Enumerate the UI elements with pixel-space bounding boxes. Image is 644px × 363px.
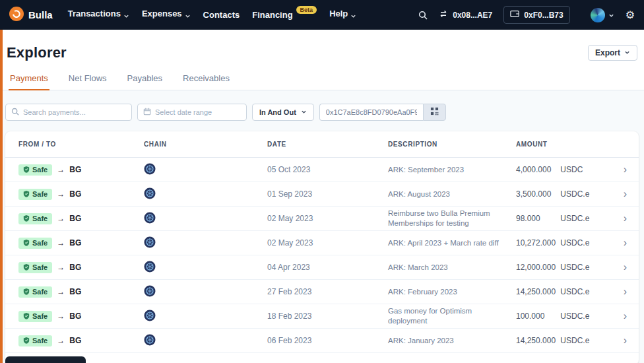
- column-header-chain: Chain: [144, 141, 267, 148]
- table-row[interactable]: Safe → BG 06 Feb 2023 ARK: January 2023 …: [5, 329, 639, 353]
- payment-description: Gas money for Optimism deployment: [388, 306, 516, 326]
- nav-item-expenses[interactable]: Expenses: [142, 9, 191, 21]
- row-chevron-icon[interactable]: ›: [606, 262, 631, 273]
- arrow-right-icon: →: [57, 238, 65, 248]
- chain-icon: [144, 216, 156, 226]
- payment-amount: 10,272.000: [516, 238, 558, 248]
- account-menu[interactable]: [591, 8, 614, 22]
- search-icon[interactable]: [418, 11, 428, 20]
- payment-currency: USDC.e: [560, 312, 589, 321]
- safe-badge: Safe: [18, 164, 52, 176]
- amount-cell: 4,000.000 USDC: [516, 165, 606, 174]
- tab-payables[interactable]: Payables: [126, 68, 164, 90]
- safe-shield-icon: [23, 190, 30, 199]
- payments-table-card: From / To Chain Date Description Amount …: [5, 131, 639, 363]
- to-label: BG: [69, 189, 81, 199]
- arrow-right-icon: →: [57, 165, 65, 174]
- swap-arrows-icon: [439, 9, 448, 20]
- payment-amount: 14,250.000: [516, 336, 558, 345]
- row-chevron-icon[interactable]: ›: [606, 286, 631, 297]
- safe-badge: Safe: [18, 262, 52, 273]
- table-row[interactable]: Safe → BG 02 May 2023 Reimburse two Bull…: [5, 207, 639, 231]
- row-chevron-icon[interactable]: ›: [606, 238, 631, 248]
- tab-receivables[interactable]: Receivables: [181, 68, 231, 90]
- from-to-cell: Safe → BG: [18, 189, 144, 200]
- table-row[interactable]: Safe → BG 27 Feb 2023 ARK: February 2023…: [5, 280, 639, 304]
- to-label: BG: [69, 263, 81, 272]
- from-label: Safe: [32, 166, 48, 174]
- safe-shield-icon: [23, 239, 30, 248]
- to-label: BG: [69, 287, 81, 296]
- wallet-chip[interactable]: 0xF0...B73: [503, 6, 569, 24]
- chain-cell: [144, 212, 267, 226]
- calendar-icon: [143, 106, 151, 118]
- direction-filter-dropdown[interactable]: In And Out: [252, 104, 314, 121]
- payment-date: 06 Feb 2023: [267, 336, 388, 345]
- row-chevron-icon[interactable]: ›: [606, 164, 631, 175]
- from-label: Safe: [32, 190, 48, 198]
- row-chevron-icon[interactable]: ›: [606, 189, 631, 199]
- payment-description: ARK: February 2023: [388, 287, 516, 297]
- payment-amount: 98.000: [516, 214, 558, 223]
- safe-badge: Safe: [18, 335, 52, 346]
- arrow-right-icon: →: [57, 214, 65, 223]
- arrow-right-icon: →: [57, 287, 65, 296]
- row-chevron-icon[interactable]: ›: [606, 311, 631, 321]
- page-title: Explorer: [7, 44, 67, 61]
- payment-description: ARK: January 2023: [388, 336, 516, 346]
- nav-item-financing[interactable]: Financing Beta: [252, 10, 317, 20]
- safe-shield-icon: [23, 312, 30, 321]
- from-to-cell: Safe → BG: [18, 286, 144, 298]
- gear-icon[interactable]: ⚙: [626, 10, 635, 20]
- export-button[interactable]: Export: [588, 45, 637, 61]
- search-input[interactable]: [23, 108, 126, 116]
- table-row[interactable]: Safe → BG 01 Sep 2023 ARK: August 2023 3…: [5, 182, 639, 207]
- safe-badge: Safe: [18, 311, 52, 322]
- table-row[interactable]: Safe → BG 18 Feb 2023 Gas money for Opti…: [5, 304, 639, 329]
- column-header-description: Description: [388, 141, 516, 148]
- column-header-amount: Amount: [516, 141, 606, 148]
- tab-payments[interactable]: Payments: [9, 68, 49, 90]
- chain-icon: [144, 339, 156, 348]
- row-chevron-icon[interactable]: ›: [606, 335, 631, 346]
- arrow-right-icon: →: [57, 263, 65, 272]
- payment-currency: USDC.e: [560, 238, 589, 248]
- amount-cell: 100.000 USDC.e: [516, 312, 606, 321]
- payment-currency: USDC.e: [560, 214, 589, 223]
- table-row[interactable]: Safe → BG 04 Apr 2023 ARK: March 2023 12…: [5, 255, 639, 280]
- payment-description: ARK: September 2023: [388, 165, 516, 175]
- chain-icon: [144, 241, 156, 250]
- payment-date: 01 Sep 2023: [267, 189, 388, 199]
- network-switch-chip[interactable]: 0x08...AE7: [439, 9, 492, 20]
- search-payments-field[interactable]: [5, 104, 132, 121]
- tab-net-flows[interactable]: Net Flows: [67, 68, 108, 90]
- nav-item-contacts[interactable]: Contacts: [203, 10, 240, 20]
- date-range-input[interactable]: [155, 108, 241, 116]
- to-label: BG: [69, 312, 81, 321]
- address-scan-button[interactable]: [423, 104, 446, 121]
- left-accent-bar: [0, 30, 3, 363]
- safe-badge: Safe: [18, 213, 52, 224]
- payment-description: Reimburse two Bulla Premium Memberships …: [388, 209, 516, 228]
- payment-currency: USDC.e: [560, 189, 589, 199]
- chevron-down-icon: [185, 11, 191, 21]
- date-range-field[interactable]: [137, 104, 247, 121]
- chain-cell: [144, 334, 267, 348]
- table-row[interactable]: Safe → BG 02 May 2023 ARK: April 2023 + …: [5, 231, 639, 255]
- brand-logo[interactable]: Bulla: [9, 7, 53, 23]
- explorer-tabs: Payments Net Flows Payables Receivables: [0, 68, 644, 90]
- row-chevron-icon[interactable]: ›: [606, 213, 631, 224]
- nav-item-transactions[interactable]: Transactions: [68, 9, 129, 21]
- address-filter-input[interactable]: [319, 104, 423, 121]
- top-navbar: Bulla Transactions Expenses Contacts Fin…: [0, 0, 644, 30]
- from-label: Safe: [32, 214, 48, 222]
- bulla-logo-icon: [9, 7, 24, 23]
- from-label: Safe: [32, 263, 48, 271]
- bottom-left-panel: [5, 356, 86, 363]
- nav-item-help[interactable]: Help: [329, 9, 356, 21]
- table-row[interactable]: Safe → BG 05 Oct 2023 ARK: September 202…: [5, 158, 639, 182]
- chain-icon: [144, 192, 156, 201]
- chevron-down-icon: [123, 11, 129, 21]
- chain-cell: [144, 236, 267, 250]
- chain-icon: [144, 314, 156, 323]
